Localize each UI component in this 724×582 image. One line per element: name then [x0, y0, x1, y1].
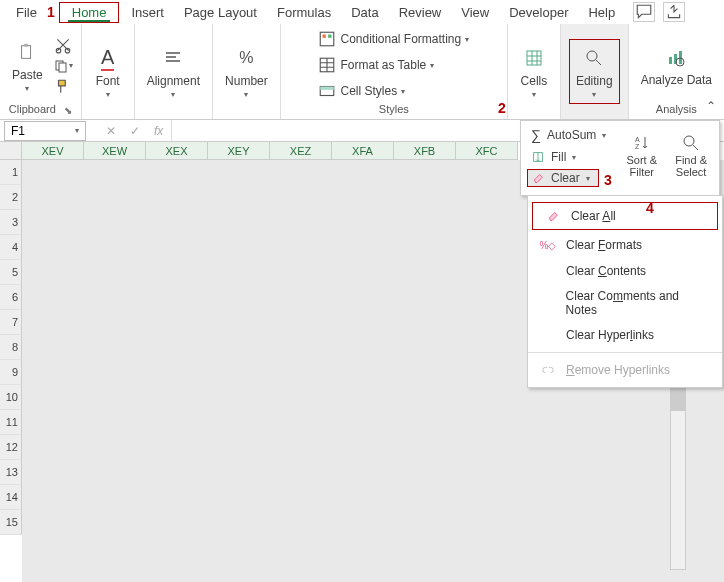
- clear-dropdown[interactable]: Clear ▾: [527, 169, 599, 187]
- table-icon: [318, 56, 336, 74]
- brush-icon: [54, 78, 72, 96]
- col-header[interactable]: XEX: [146, 142, 208, 160]
- collapse-ribbon[interactable]: ⌃: [702, 97, 720, 115]
- format-as-table[interactable]: Format as Table▾: [314, 54, 438, 76]
- cell-styles[interactable]: Cell Styles▾: [314, 80, 409, 102]
- clear-hyperlinks[interactable]: Clear Hyperlinks: [528, 322, 722, 348]
- col-header[interactable]: XEV: [22, 142, 84, 160]
- tab-insert[interactable]: Insert: [121, 2, 174, 23]
- row-header[interactable]: 15: [0, 510, 22, 535]
- font-icon: A: [101, 46, 114, 71]
- tab-view[interactable]: View: [451, 2, 499, 23]
- clear-comments-label: Clear Comments and Notes: [566, 289, 710, 317]
- row-header[interactable]: 1: [0, 160, 22, 185]
- cells-label: Cells: [521, 74, 548, 88]
- copy-button[interactable]: ▾: [53, 57, 73, 75]
- enter-formula[interactable]: ✓: [130, 124, 140, 138]
- svg-rect-1: [25, 44, 29, 47]
- align-icon: [164, 49, 182, 67]
- name-box[interactable]: F1 ▾: [4, 121, 86, 141]
- remove-hyperlinks-label: Remove Hyperlinks: [566, 363, 670, 377]
- tab-data[interactable]: Data: [341, 2, 388, 23]
- number-button[interactable]: % Number ▾: [221, 42, 272, 101]
- row-header[interactable]: 6: [0, 285, 22, 310]
- col-header[interactable]: XFB: [394, 142, 456, 160]
- editing-label: Editing: [576, 74, 613, 88]
- font-label: Font: [96, 74, 120, 88]
- clear-all-label: Clear All: [571, 209, 616, 223]
- clear-submenu: Clear All %◇ Clear Formats Clear Content…: [527, 195, 723, 388]
- col-header[interactable]: XEZ: [270, 142, 332, 160]
- conditional-formatting[interactable]: Conditional Formatting▾: [314, 28, 473, 50]
- paste-button[interactable]: Paste ▾: [8, 36, 47, 95]
- format-table-label: Format as Table: [340, 58, 426, 72]
- row-header[interactable]: 9: [0, 360, 22, 385]
- clear-formats[interactable]: %◇ Clear Formats: [528, 232, 722, 258]
- tab-home[interactable]: Home: [68, 5, 111, 22]
- analyze-data-button[interactable]: Analyze Data: [637, 42, 716, 89]
- col-header[interactable]: XFA: [332, 142, 394, 160]
- cells-button[interactable]: Cells ▾: [516, 42, 552, 101]
- find-label: Find & Select: [669, 154, 713, 178]
- tab-file[interactable]: File: [6, 2, 47, 23]
- row-header[interactable]: 11: [0, 410, 22, 435]
- svg-rect-16: [679, 51, 682, 64]
- row-header[interactable]: 14: [0, 485, 22, 510]
- row-header[interactable]: 3: [0, 210, 22, 235]
- alignment-button[interactable]: Alignment ▾: [143, 42, 204, 101]
- format-painter-button[interactable]: [53, 78, 73, 96]
- annotation-3: 3: [604, 172, 612, 188]
- clear-contents[interactable]: Clear Contents: [528, 258, 722, 284]
- row-header[interactable]: 5: [0, 260, 22, 285]
- cut-button[interactable]: [53, 36, 73, 54]
- clear-all[interactable]: Clear All: [532, 202, 718, 230]
- comments-button[interactable]: [633, 2, 655, 22]
- col-header[interactable]: XFC: [456, 142, 518, 160]
- cells-icon: [525, 49, 543, 67]
- row-header[interactable]: 7: [0, 310, 22, 335]
- tab-help[interactable]: Help: [578, 2, 625, 23]
- select-all-corner[interactable]: [0, 142, 22, 160]
- clear-comments[interactable]: Clear Comments and Notes: [528, 284, 722, 322]
- row-header[interactable]: 12: [0, 435, 22, 460]
- row-header[interactable]: 8: [0, 335, 22, 360]
- name-box-value: F1: [11, 124, 25, 138]
- row-header[interactable]: 13: [0, 460, 22, 485]
- row-header[interactable]: 4: [0, 235, 22, 260]
- row-header[interactable]: 10: [0, 385, 22, 410]
- dialog-launcher-icon[interactable]: ⬊: [64, 105, 72, 116]
- svg-rect-0: [22, 46, 31, 59]
- row-header[interactable]: 2: [0, 185, 22, 210]
- chevron-down-icon: ▾: [171, 90, 175, 99]
- tab-developer[interactable]: Developer: [499, 2, 578, 23]
- svg-rect-8: [329, 35, 332, 38]
- editing-button[interactable]: Editing ▾: [572, 42, 617, 101]
- sort-filter[interactable]: AZ Sort & Filter: [622, 134, 661, 178]
- number-label: Number: [225, 74, 268, 88]
- tab-review[interactable]: Review: [389, 2, 452, 23]
- clipboard-label: Clipboard: [9, 103, 56, 117]
- fill[interactable]: Fill ▾: [527, 148, 610, 166]
- annotation-4: 4: [646, 200, 654, 216]
- find-select[interactable]: Find & Select: [669, 134, 713, 178]
- font-button[interactable]: A Font ▾: [90, 42, 126, 101]
- clear-contents-label: Clear Contents: [566, 264, 646, 278]
- chevron-down-icon: ▾: [532, 90, 536, 99]
- svg-rect-7: [323, 35, 326, 38]
- col-header[interactable]: XEY: [208, 142, 270, 160]
- annotation-1: 1: [47, 4, 55, 20]
- eraser-icon: [531, 171, 545, 185]
- col-header[interactable]: XEW: [84, 142, 146, 160]
- svg-rect-14: [669, 57, 672, 64]
- fx-button[interactable]: fx: [154, 124, 163, 138]
- cancel-formula[interactable]: ✕: [106, 124, 116, 138]
- tab-page-layout[interactable]: Page Layout: [174, 2, 267, 23]
- share-button[interactable]: [663, 2, 685, 22]
- chevron-down-icon: ▾: [244, 90, 248, 99]
- tab-formulas[interactable]: Formulas: [267, 2, 341, 23]
- editing-dropdown: ∑ AutoSum ▾ Fill ▾ Clear ▾ AZ Sort & Fil…: [520, 120, 720, 196]
- autosum[interactable]: ∑ AutoSum ▾: [527, 125, 610, 145]
- vertical-scrollbar[interactable]: [670, 370, 686, 570]
- cond-format-icon: [318, 30, 336, 48]
- menu-tabs: File 1 Home Insert Page Layout Formulas …: [0, 0, 724, 24]
